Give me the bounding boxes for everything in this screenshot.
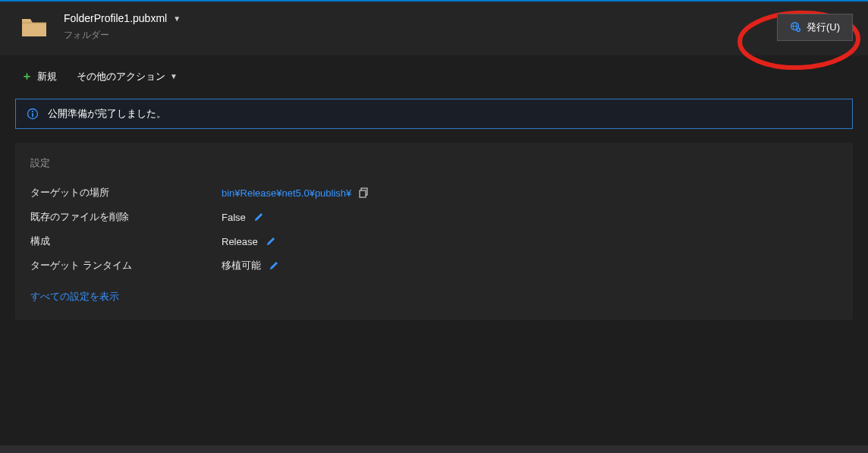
- new-button[interactable]: ＋ 新規: [21, 69, 57, 83]
- setting-row: ターゲットの場所bin¥Release¥net5.0¥publish¥: [30, 182, 838, 203]
- caret-down-icon: ▼: [170, 72, 178, 80]
- profile-name: FolderProfile1.pubxml: [64, 12, 167, 24]
- setting-value-link[interactable]: bin¥Release¥net5.0¥publish¥: [222, 187, 351, 199]
- edit-pencil-icon[interactable]: [269, 260, 279, 271]
- info-icon: [27, 108, 39, 120]
- svg-rect-7: [32, 113, 33, 117]
- status-message: 公開準備が完了しました。: [48, 107, 166, 121]
- bottom-bar: [0, 445, 868, 453]
- setting-label: 構成: [30, 234, 222, 248]
- setting-row: 既存のファイルを削除False: [30, 206, 838, 228]
- setting-label: ターゲット ランタイム: [30, 259, 222, 272]
- settings-title: 設定: [30, 156, 838, 170]
- more-actions-dropdown[interactable]: その他のアクション ▼: [77, 70, 178, 83]
- show-all-settings-link[interactable]: すべての設定を表示: [30, 290, 119, 304]
- setting-value-text: False: [222, 212, 246, 223]
- plus-icon: ＋: [21, 69, 33, 83]
- setting-value-text: Release: [222, 236, 258, 247]
- svg-rect-9: [360, 190, 366, 197]
- setting-row: 構成Release: [30, 231, 838, 252]
- setting-value: Release: [222, 236, 276, 247]
- action-row: ＋ 新規 その他のアクション ▼: [0, 55, 868, 94]
- edit-pencil-icon[interactable]: [253, 212, 264, 222]
- profile-dropdown[interactable]: FolderProfile1.pubxml ▼: [64, 12, 181, 24]
- folder-icon: [21, 17, 47, 38]
- more-actions-label: その他のアクション: [77, 70, 165, 83]
- settings-panel: 設定 ターゲットの場所bin¥Release¥net5.0¥publish¥既存…: [15, 143, 853, 320]
- globe-publish-icon: [790, 21, 801, 33]
- profile-block: FolderProfile1.pubxml ▼ フォルダー: [64, 12, 181, 42]
- publish-button-label: 発行(U): [807, 20, 840, 34]
- svg-point-6: [32, 111, 33, 112]
- edit-pencil-icon[interactable]: [266, 236, 276, 247]
- header-bar: FolderProfile1.pubxml ▼ フォルダー 発行(U): [0, 2, 868, 55]
- setting-value: False: [222, 212, 264, 223]
- copy-icon[interactable]: [359, 187, 370, 198]
- setting-value: bin¥Release¥net5.0¥publish¥: [222, 187, 370, 199]
- setting-row: ターゲット ランタイム移植可能: [30, 255, 838, 276]
- setting-label: ターゲットの場所: [30, 186, 222, 200]
- publish-button[interactable]: 発行(U): [777, 14, 853, 41]
- caret-down-icon: ▼: [173, 14, 181, 23]
- setting-value-text: 移植可能: [222, 259, 261, 272]
- status-banner: 公開準備が完了しました。: [15, 99, 853, 129]
- setting-label: 既存のファイルを削除: [30, 210, 222, 224]
- new-button-label: 新規: [37, 70, 57, 83]
- profile-type-label: フォルダー: [64, 29, 181, 42]
- setting-value: 移植可能: [222, 259, 279, 272]
